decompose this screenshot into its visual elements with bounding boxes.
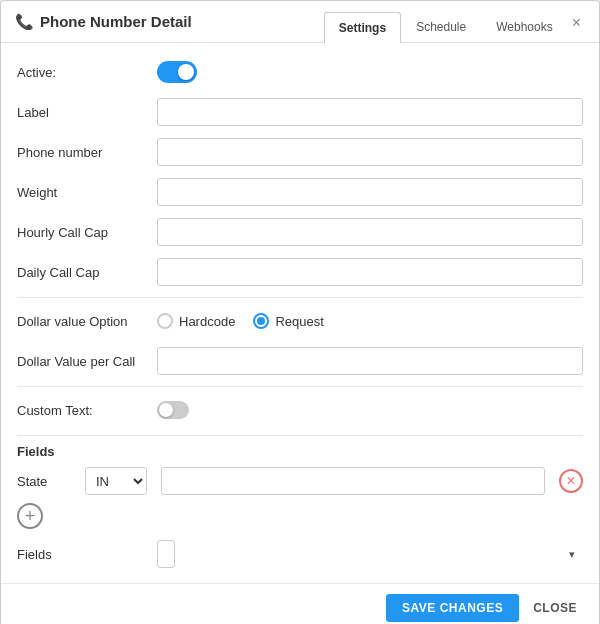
fields-section-title: Fields (17, 444, 583, 459)
label-row: Label (17, 97, 583, 127)
phone-number-detail-modal: 📞 Phone Number Detail Settings Schedule … (0, 0, 600, 624)
phone-number-label: Phone number (17, 145, 157, 160)
tab-schedule[interactable]: Schedule (401, 11, 481, 42)
state-label: State (17, 474, 77, 489)
radio-hardcode-circle[interactable] (157, 313, 173, 329)
weight-input[interactable] (157, 178, 583, 206)
active-label: Active: (17, 65, 157, 80)
radio-request-label: Request (275, 314, 323, 329)
modal-title: 📞 Phone Number Detail (15, 13, 192, 41)
tab-webhooks[interactable]: Webhooks (481, 11, 567, 42)
divider-3 (17, 435, 583, 436)
fields-section: Fields (17, 539, 583, 569)
divider-1 (17, 297, 583, 298)
dollar-value-option-label: Dollar value Option (17, 314, 157, 329)
hourly-call-cap-row: Hourly Call Cap (17, 217, 583, 247)
dollar-value-radio-group: Hardcode Request (157, 313, 324, 329)
fields-dropdown-row: Fields (17, 539, 583, 569)
dollar-value-option-row: Dollar value Option Hardcode Request (17, 306, 583, 336)
fields-dropdown[interactable] (157, 540, 175, 568)
hourly-call-cap-input[interactable] (157, 218, 583, 246)
radio-hardcode[interactable]: Hardcode (157, 313, 235, 329)
weight-label: Weight (17, 185, 157, 200)
remove-state-button[interactable]: × (559, 469, 583, 493)
weight-row: Weight (17, 177, 583, 207)
dollar-value-per-call-row: Dollar Value per Call (17, 346, 583, 376)
close-button[interactable]: CLOSE (527, 594, 583, 622)
fields-select-wrapper (157, 540, 583, 568)
custom-text-row: Custom Text: (17, 395, 583, 425)
divider-2 (17, 386, 583, 387)
save-changes-button[interactable]: SAVE CHANGES (386, 594, 519, 622)
radio-request-circle[interactable] (253, 313, 269, 329)
dollar-value-per-call-input[interactable] (157, 347, 583, 375)
daily-call-cap-input[interactable] (157, 258, 583, 286)
phone-number-row: Phone number (17, 137, 583, 167)
modal-footer: SAVE CHANGES CLOSE (1, 583, 599, 624)
active-toggle[interactable] (157, 61, 197, 83)
state-row: State IN OUT ALL × (17, 467, 583, 495)
phone-number-input[interactable] (157, 138, 583, 166)
modal-body: Active: Label Phone number Weight Hourly… (1, 43, 599, 583)
state-value-input[interactable] (161, 467, 545, 495)
add-field-button[interactable]: + (17, 503, 43, 529)
label-field-label: Label (17, 105, 157, 120)
fields-dropdown-label: Fields (17, 547, 157, 562)
hourly-call-cap-label: Hourly Call Cap (17, 225, 157, 240)
modal-header: 📞 Phone Number Detail Settings Schedule … (1, 1, 599, 43)
radio-request[interactable]: Request (253, 313, 323, 329)
custom-text-label: Custom Text: (17, 403, 157, 418)
close-x-button[interactable]: × (568, 14, 585, 32)
dollar-value-per-call-label: Dollar Value per Call (17, 354, 157, 369)
daily-call-cap-label: Daily Call Cap (17, 265, 157, 280)
tab-settings[interactable]: Settings (324, 12, 401, 43)
custom-text-toggle[interactable] (157, 401, 189, 419)
active-row: Active: (17, 57, 583, 87)
label-input[interactable] (157, 98, 583, 126)
phone-icon: 📞 (15, 13, 34, 31)
daily-call-cap-row: Daily Call Cap (17, 257, 583, 287)
tabs: Settings Schedule Webhooks (324, 11, 568, 42)
modal-title-text: Phone Number Detail (40, 13, 192, 30)
state-select[interactable]: IN OUT ALL (85, 467, 147, 495)
radio-hardcode-label: Hardcode (179, 314, 235, 329)
